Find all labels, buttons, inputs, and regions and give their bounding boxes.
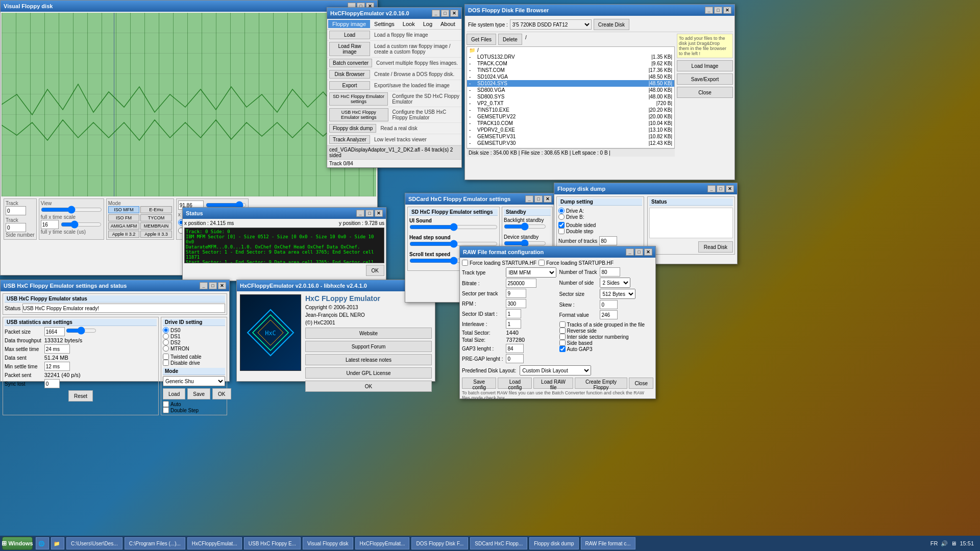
menu-row-usb-settings[interactable]: USB HxC Floppy Emulator settings Configu… (327, 107, 461, 123)
y-scale-slider[interactable] (61, 221, 102, 228)
sync-lost-input[interactable] (44, 379, 60, 388)
force-startup2-check[interactable] (538, 260, 545, 266)
taskbar-item-8[interactable]: Floppy disk dump (529, 537, 578, 549)
raw-close-btn[interactable]: Close (629, 378, 653, 389)
close-dump[interactable]: ✕ (726, 185, 734, 192)
analyzer-btn[interactable]: Track Analyzer (329, 135, 370, 144)
x-scale-slider[interactable] (41, 206, 102, 213)
load-config-btn[interactable]: Load config (498, 378, 532, 389)
tycom-btn[interactable]: TYCOM (140, 214, 172, 221)
taskbar-item-4[interactable]: Visual Floppy disk (303, 537, 353, 549)
taskbar-item-5[interactable]: HxCFloppyEmulat... (355, 537, 410, 549)
forum-btn[interactable]: Support Forum (305, 341, 432, 352)
load-raw-btn[interactable]: Load RAW file (533, 378, 573, 389)
close-usb[interactable]: ✕ (218, 282, 226, 289)
taskbar-item-1[interactable]: C:\Program Files (...)... (125, 537, 185, 549)
iso-fm-btn[interactable]: ISO FM (108, 214, 140, 221)
minimize-raw[interactable]: _ (626, 248, 634, 256)
ok-usb-btn[interactable]: OK (212, 388, 231, 399)
close-btn-3[interactable]: ✕ (723, 7, 731, 14)
minimize-sdcard[interactable]: _ (525, 195, 533, 203)
file-row-9[interactable]: - GEMSETUP.V22 |20.00 KB| (467, 113, 674, 120)
side-grouped-check[interactable] (559, 321, 566, 328)
apple-33-btn[interactable]: Apple II 3.3 (140, 231, 172, 238)
dump-btn[interactable]: Floppy disk dump (329, 124, 376, 133)
num-sides-select[interactable]: 2 Sides (600, 278, 630, 288)
taskbar-item-0[interactable]: C:\Users\User\Des... (66, 537, 122, 549)
minimize-dump[interactable]: _ (707, 185, 716, 192)
dump-titlebar[interactable]: Floppy disk dump _ □ ✕ (554, 183, 737, 194)
menu-row-dump[interactable]: Floppy disk dump Read a real disk (327, 123, 461, 134)
fs-select[interactable]: 3'5 720KB DSDD FAT12 (510, 19, 592, 30)
taskbar-item-6[interactable]: DOS Floppy Disk F... (411, 537, 468, 549)
file-row-5[interactable]: - SD800.VGA |48.00 KB| (467, 87, 674, 93)
interleave-input[interactable] (506, 319, 521, 329)
menu-row-batch[interactable]: Batch converter Convert multiple floppy … (327, 58, 461, 69)
maximize-status[interactable]: □ (365, 210, 374, 217)
file-row-11[interactable]: - VPDRV2_0.EXE |13.10 KB| (467, 127, 674, 133)
double-sided-check[interactable] (558, 222, 565, 228)
close-btn-2[interactable]: ✕ (450, 10, 458, 17)
save-usb-btn[interactable]: Save (187, 388, 210, 399)
maximize-btn-3[interactable]: □ (714, 7, 722, 14)
menu-row-analyzer[interactable]: Track Analyzer Low level tracks viewer (327, 134, 461, 145)
minimize-status[interactable]: _ (356, 210, 364, 217)
maximize-raw[interactable]: □ (635, 248, 643, 256)
reverse-side-check[interactable] (559, 328, 566, 334)
membrain-btn[interactable]: MEMBRAIN (140, 222, 172, 230)
file-row-1[interactable]: - TPACK.COM |9.62 KB| (467, 60, 674, 67)
ui-sound-slider[interactable] (409, 223, 498, 231)
usb-hxc-titlebar[interactable]: USB HxC Floppy Emulator settings and sta… (1, 280, 229, 291)
max-settle-input[interactable] (44, 344, 70, 354)
backlight-slider[interactable] (504, 223, 546, 230)
menu-about[interactable]: About (436, 20, 459, 28)
twisted-cable-check[interactable] (163, 354, 169, 360)
file-row-10[interactable]: - TPACK10.COM |10.04 KB| (467, 120, 674, 127)
delete-btn[interactable]: Delete (498, 34, 522, 45)
drive-b-radio[interactable] (558, 214, 565, 220)
auto-check[interactable] (163, 401, 169, 407)
min-settle-input[interactable] (44, 362, 70, 371)
taskbar-item-3[interactable]: USB HxC Floppy E... (244, 537, 301, 549)
file-row-8[interactable]: - TINST10.EXE |20.20 KB| (467, 107, 674, 113)
ds1-radio[interactable] (163, 333, 169, 339)
create-disk-btn[interactable]: Create Disk (594, 19, 629, 30)
double-step-check-dump[interactable] (558, 228, 565, 234)
create-empty-btn[interactable]: Create Empty Floppy (575, 378, 628, 389)
file-row-6[interactable]: - SD800.SYS |48.00 KB| (467, 93, 674, 100)
visual-floppy-titlebar[interactable]: Visual Floppy disk _ □ ✕ (1, 1, 377, 12)
maximize-dump[interactable]: □ (717, 185, 725, 192)
close-browser-btn[interactable]: Close (677, 87, 733, 98)
predefined-select[interactable]: Custom Disk Layout (520, 365, 591, 375)
menu-row-disk-browser[interactable]: Disk Browser Create / Browse a DOS flopp… (327, 69, 461, 80)
website-btn[interactable]: Website (305, 328, 432, 339)
taskbar-ie-icon[interactable]: 🌐 (36, 537, 49, 549)
sdcard-titlebar[interactable]: SDCard HxC Floppy Emulator settings _ □ … (405, 193, 555, 205)
file-row-13[interactable]: - GEMSETUP.V30 |12.43 KB| (467, 140, 674, 146)
num-tracks-input-dump[interactable] (599, 236, 617, 245)
dos-browser-titlebar[interactable]: DOS Floppy Disk File Browser _ □ ✕ (465, 5, 734, 16)
load-usb-btn[interactable]: Load (163, 388, 185, 399)
menu-log[interactable]: Log (419, 20, 436, 28)
menu-row-load-raw[interactable]: Load Raw image Load a custom raw floppy … (327, 41, 461, 58)
mode-select[interactable]: Generic Shu (163, 376, 225, 386)
skew-input[interactable] (600, 300, 618, 309)
amiga-mfm-btn[interactable]: AMIGA MFM (108, 222, 140, 230)
packet-size-slider[interactable] (66, 327, 96, 334)
drive-a-radio[interactable] (558, 208, 565, 214)
menu-floppy-image[interactable]: Floppy image (328, 20, 370, 28)
ds2-radio[interactable] (163, 339, 169, 345)
maximize-sdcard[interactable]: □ (534, 195, 543, 203)
file-row-2[interactable]: - TINST.COM |17.36 KB| (467, 67, 674, 73)
format-value-input[interactable] (600, 310, 618, 319)
side-based-check[interactable] (559, 340, 566, 346)
mtron-radio[interactable] (163, 345, 169, 352)
status-ok-btn[interactable]: OK (366, 265, 384, 276)
status-titlebar[interactable]: Status _ □ ✕ (183, 208, 386, 219)
force-startup-check[interactable] (462, 260, 468, 266)
apple-32-btn[interactable]: Apple II 3.2 (108, 231, 140, 238)
gap3-input[interactable] (506, 344, 524, 353)
file-row-folder[interactable]: 📁 / (467, 47, 674, 54)
file-row-4[interactable]: - SD1024.SYS |48.50 KB| (467, 80, 674, 87)
packet-size-input[interactable] (44, 327, 65, 336)
